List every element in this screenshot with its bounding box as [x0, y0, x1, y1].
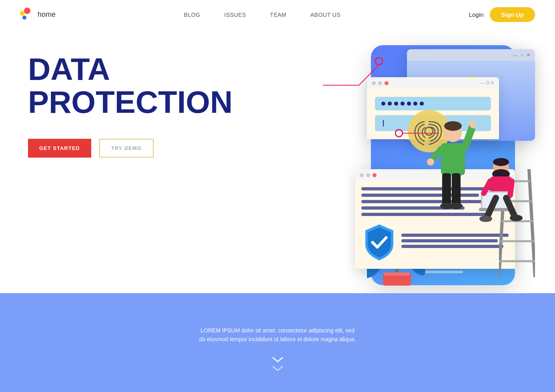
titlebar-maximize-2 [366, 173, 370, 177]
signup-button[interactable]: Sign Up [490, 7, 535, 22]
svg-rect-24 [441, 143, 465, 175]
hero-buttons: GET STARTED TRY DEMO [28, 139, 232, 158]
pw-dot [394, 102, 398, 106]
dot-blue [22, 16, 26, 20]
desktop-titlebar: — ○ ✕ [407, 49, 535, 61]
connection-node-2 [395, 121, 443, 147]
svg-line-41 [510, 181, 512, 195]
doc-line [401, 245, 503, 248]
nav-actions: Login Sign Up [469, 7, 535, 22]
svg-rect-29 [442, 173, 451, 205]
svg-point-7 [395, 130, 403, 137]
connection-node-1 [319, 53, 399, 95]
try-demo-button[interactable]: TRY DEMO [99, 139, 154, 158]
dot-red [24, 8, 30, 14]
logo-text: home [38, 10, 56, 19]
hero-section: DATA PROTECTION GET STARTED TRY DEMO — ○… [0, 29, 555, 293]
svg-rect-30 [452, 173, 461, 205]
login-button[interactable]: Login [469, 11, 484, 18]
person2-sitting [479, 153, 531, 243]
pw-dot [401, 102, 405, 106]
nav-issues[interactable]: ISSUES [224, 12, 246, 18]
scroll-arrow-2 [272, 364, 284, 372]
logo[interactable]: home [20, 8, 56, 22]
password-field-1 [375, 97, 491, 110]
hero-title: DATA PROTECTION [28, 53, 232, 119]
hero-title-line1: DATA [28, 53, 232, 86]
svg-point-44 [479, 216, 492, 222]
svg-point-32 [450, 203, 463, 209]
pw-dot [420, 102, 424, 106]
svg-point-35 [493, 158, 509, 166]
titlebar-minimize-2 [360, 173, 364, 177]
nav-team[interactable]: TEAM [270, 12, 287, 18]
pw-dot [413, 102, 417, 106]
header: home BLOG ISSUES TEAM ABOUT US Login Sig… [0, 0, 555, 29]
svg-line-43 [506, 198, 515, 217]
svg-line-5 [359, 65, 379, 85]
pw-dot [388, 102, 392, 106]
hero-left: DATA PROTECTION GET STARTED TRY DEMO [0, 29, 232, 293]
svg-line-25 [465, 125, 473, 147]
nav-blog[interactable]: BLOG [184, 12, 200, 18]
svg-point-23 [444, 121, 462, 131]
nav: BLOG ISSUES TEAM ABOUT US [184, 12, 341, 18]
shield-icon [361, 222, 397, 262]
scroll-arrows[interactable] [272, 356, 284, 372]
hero-illustration: — ○ ✕ [195, 29, 555, 293]
svg-rect-13 [384, 272, 410, 276]
footer-section: LOREM IPSUM dolor sit amet, consectetur … [0, 293, 555, 392]
titlebar-maximize: ○ [521, 53, 523, 58]
logo-dots [20, 8, 34, 22]
nav-about-us[interactable]: ABOUT US [311, 12, 341, 18]
get-started-button[interactable]: GET STARTED [28, 139, 91, 158]
titlebar-text-1: — O ✕ [480, 80, 494, 86]
cursor-line [383, 120, 384, 126]
person2-icon [479, 153, 531, 241]
svg-point-4 [375, 58, 383, 65]
svg-point-45 [510, 215, 523, 221]
password-dots [381, 102, 424, 106]
titlebar-minimize: — [513, 53, 517, 58]
scroll-arrow-1 [272, 356, 284, 364]
svg-point-28 [427, 158, 434, 166]
footer-lorem-text: LOREM IPSUM dolor sit amet, consectetur … [198, 326, 358, 344]
pw-dot [407, 102, 411, 106]
pw-dot [381, 102, 385, 106]
dot-yellow [20, 11, 25, 16]
titlebar-close-2 [373, 173, 377, 177]
titlebar-close: ✕ [527, 52, 530, 58]
hero-title-line2: PROTECTION [28, 86, 232, 119]
